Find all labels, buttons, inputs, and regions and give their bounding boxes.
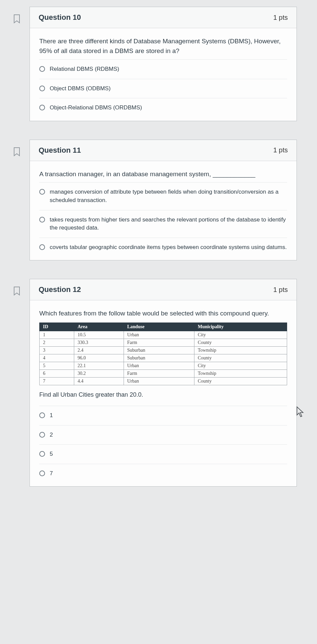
table-row: 74.4UrbanCounty [40,377,287,385]
answer-list: Relational DBMS (RDBMS) Object DBMS (ODB… [39,59,287,117]
table-cell: Township [194,346,287,354]
question-card-10: Question 10 1 pts There are three differ… [30,7,297,121]
question-body: There are three different kinds of Datab… [30,28,297,121]
answer-text: Relational DBMS (RDBMS) [50,65,119,73]
table-cell: Farm [124,339,194,346]
radio-icon [39,105,45,110]
answer-option[interactable]: 1 [39,406,287,425]
question-stem: A transaction manager, in an database ma… [39,169,287,179]
question-title: Question 11 [39,146,81,155]
question-title: Question 12 [39,285,81,294]
answer-option[interactable]: Relational DBMS (RDBMS) [39,59,287,79]
table-cell: 7 [40,377,74,385]
answer-text: 7 [50,469,53,478]
table-cell: 6 [40,369,74,377]
table-row: 2330.3FarmCounty [40,339,287,346]
bookmark-button-q12[interactable] [10,279,24,296]
question-title: Question 10 [39,13,81,22]
answer-option[interactable]: takes requests from higher tiers and sea… [39,210,287,238]
radio-icon [39,451,45,457]
table-cell: 3 [40,346,74,354]
question-body: A transaction manager, in an database ma… [30,161,297,260]
answer-text: Object-Relational DBMS (ORDBMS) [50,104,142,112]
table-header: ID [40,323,74,331]
radio-icon [39,470,45,476]
answer-option[interactable]: manages conversion of attribute type bet… [39,182,287,210]
question-row-12: Question 12 1 pts Which features from th… [10,279,297,487]
question-points: 1 pts [273,14,288,21]
answer-text: 5 [50,450,53,458]
table-row: 496.0SuburbanCounty [40,354,287,362]
table-header: Municipality [194,323,287,331]
table-cell: City [194,331,287,339]
radio-icon [39,189,45,195]
bookmark-icon [13,147,21,156]
radio-icon [39,217,45,222]
bookmark-icon [13,14,21,23]
data-table: ID Area Landuse Municipality 110.5UrbanC… [39,323,287,385]
question-points: 1 pts [273,146,288,154]
answer-option[interactable]: Object DBMS (ODBMS) [39,79,287,98]
question-row-10: Question 10 1 pts There are three differ… [10,7,297,121]
table-cell: Urban [124,331,194,339]
table-cell: 1 [40,331,74,339]
table-header-row: ID Area Landuse Municipality [40,323,287,331]
bookmark-button-q11[interactable] [10,140,24,156]
table-cell: County [194,354,287,362]
question-stem: Which features from the follow table wou… [39,308,287,318]
table-cell: 330.3 [74,339,124,346]
answer-option[interactable]: 7 [39,464,287,483]
table-cell: County [194,377,287,385]
table-body: 110.5UrbanCity 2330.3FarmCounty 32.4Subu… [40,331,287,385]
question-card-11: Question 11 1 pts A transaction manager,… [30,140,297,261]
question-points: 1 pts [273,286,288,294]
table-cell: Farm [124,369,194,377]
table-cell: County [194,339,287,346]
table-header: Area [74,323,124,331]
table-cell: 5 [40,362,74,369]
table-header: Landuse [124,323,194,331]
table-cell: 2 [40,339,74,346]
table-cell: Urban [124,377,194,385]
table-cell: 96.0 [74,354,124,362]
table-cell: 30.2 [74,369,124,377]
question-header: Question 11 1 pts [30,140,297,161]
answer-option[interactable]: 5 [39,444,287,464]
radio-icon [39,412,45,418]
quiz-page: Question 10 1 pts There are three differ… [0,0,317,518]
table-cell: 4 [40,354,74,362]
answer-text: 1 [50,411,53,420]
table-cell: 10.5 [74,331,124,339]
answer-text: takes requests from higher tiers and sea… [50,216,287,232]
cursor-icon [296,406,305,419]
table-cell: 2.4 [74,346,124,354]
table-row: 630.2FarmTownship [40,369,287,377]
table-cell: Township [194,369,287,377]
question-header: Question 12 1 pts [30,279,297,300]
bookmark-icon [13,286,21,296]
table-row: 522.1UrbanCity [40,362,287,369]
radio-icon [39,244,45,250]
answer-option[interactable]: Object-Relational DBMS (ORDBMS) [39,98,287,117]
radio-icon [39,432,45,438]
question-stem: There are three different kinds of Datab… [39,36,287,56]
question-followup: Find all Urban Cities greater than 20.0. [39,391,287,398]
table-cell: 22.1 [74,362,124,369]
bookmark-button-q10[interactable] [10,7,24,23]
question-header: Question 10 1 pts [30,7,297,28]
question-body: Which features from the follow table wou… [30,300,297,486]
answer-option[interactable]: coverts tabular geographic coordinate it… [39,238,287,257]
answer-text: manages conversion of attribute type bet… [50,188,287,204]
question-row-11: Question 11 1 pts A transaction manager,… [10,140,297,261]
table-cell: Suburban [124,354,194,362]
table-cell: Urban [124,362,194,369]
answer-text: Object DBMS (ODBMS) [50,85,110,93]
table-cell: 4.4 [74,377,124,385]
answer-list: manages conversion of attribute type bet… [39,182,287,257]
table-cell: Suburban [124,346,194,354]
table-cell: City [194,362,287,369]
radio-icon [39,66,45,72]
answer-list: 1 2 5 7 [39,406,287,483]
answer-option[interactable]: 2 [39,425,287,445]
radio-icon [39,86,45,91]
